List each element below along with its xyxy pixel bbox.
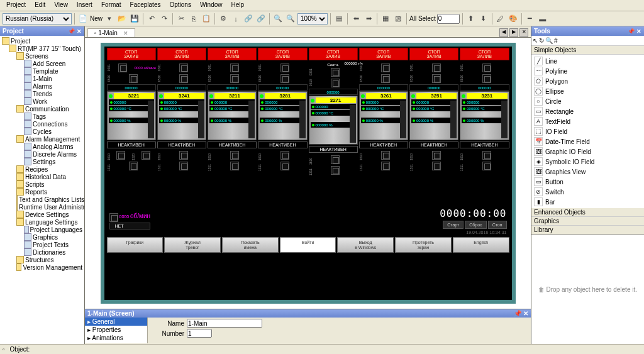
tree-item[interactable]: Analog Alarms — [1, 143, 83, 150]
valve-icon[interactable] — [109, 213, 118, 222]
rotate-icon[interactable]: ↻ — [539, 37, 544, 44]
io-field[interactable]: 000000 — [208, 84, 257, 91]
tool-item[interactable]: ○Circle — [533, 96, 643, 106]
valve-icon[interactable] — [179, 162, 188, 170]
props-tab-properties[interactable]: ▸ Properties — [85, 326, 147, 334]
valve-icon[interactable] — [482, 74, 491, 83]
line-style-icon[interactable]: ━ — [525, 13, 536, 25]
download-icon[interactable]: ↓ — [230, 13, 242, 25]
hmi-nav-button[interactable]: English — [453, 237, 509, 253]
tools-pin-icon[interactable]: 📌 ✕ — [628, 28, 641, 35]
tool-item[interactable]: ▮Bar — [533, 197, 643, 207]
valve-icon[interactable] — [179, 64, 188, 72]
module-block[interactable]: 3261000000000000 °C000000 % — [359, 91, 408, 140]
tree-item[interactable]: Runtime User Administration — [1, 203, 83, 211]
module-block[interactable]: 3271000000000000 °C000000 % — [309, 96, 358, 145]
tool-item[interactable]: ATextField — [533, 116, 643, 126]
tool-item[interactable]: 📅Date-Time Field — [533, 136, 643, 147]
valve-icon[interactable] — [230, 162, 239, 170]
hmi-nav-button[interactable]: Выходв Windows — [337, 237, 394, 253]
tool-item[interactable]: ╱Line — [533, 56, 643, 66]
valve-icon[interactable] — [230, 64, 239, 72]
menu-format[interactable]: Format — [97, 1, 125, 10]
link-icon[interactable]: 🔗 — [243, 13, 254, 25]
tool-item[interactable]: ◯Ellipse — [533, 86, 643, 96]
timer-button[interactable]: Стоп — [488, 221, 507, 229]
tree-item[interactable]: Scripts — [1, 180, 83, 188]
tab-1-main[interactable]: ▫ 1-Main ✕ — [87, 28, 135, 37]
fill-color-icon[interactable]: 🎨 — [508, 13, 519, 25]
io-field[interactable]: 000000 — [359, 84, 408, 91]
align-right-icon[interactable]: ➡ — [363, 13, 374, 25]
tree-item[interactable]: Screens — [1, 52, 83, 60]
tool-item[interactable]: ▭Button — [533, 177, 643, 187]
valve-icon[interactable] — [280, 151, 289, 160]
link2-icon[interactable]: 🔗 — [255, 13, 267, 25]
drop-delete-zone[interactable]: 🗑 Drop any object here to delete it. — [531, 235, 644, 344]
stop-fill-button[interactable]: СТОПЗАЛИВ — [460, 48, 509, 60]
tree-item[interactable]: Reports — [1, 188, 83, 196]
timer-button[interactable]: Старт — [443, 221, 464, 229]
module-block[interactable]: 3251000000000000 °C000000 % — [409, 91, 458, 140]
new-icon[interactable]: 📄 — [77, 13, 89, 25]
open-icon[interactable]: 📂 — [116, 13, 128, 25]
props-tab-general[interactable]: ▸ General — [85, 318, 147, 326]
tree-item[interactable]: Alarm Management — [1, 135, 83, 143]
stop-fill-button[interactable]: СТОПЗАЛИВ — [157, 48, 206, 60]
valve-icon[interactable] — [280, 162, 289, 170]
stop-fill-button[interactable]: СТОПЗАЛИВ — [258, 48, 307, 60]
tool-item[interactable]: ⬠Polygon — [533, 76, 643, 86]
valve-icon[interactable] — [118, 64, 127, 72]
tree-item[interactable]: Project Texts — [1, 241, 83, 248]
module-block[interactable]: 3231000000000000 °C000000 % — [460, 91, 509, 140]
project-tree[interactable]: Project RT(MP 377 15" Touch) ScreensAdd … — [0, 36, 84, 344]
cut-icon[interactable]: ✂ — [175, 13, 187, 25]
tree-item[interactable]: Language Settings — [1, 218, 83, 226]
ungroup-icon[interactable]: ▧ — [392, 13, 404, 25]
undo-icon[interactable]: ↶ — [146, 13, 157, 25]
tool-item[interactable]: 〰Polyline — [533, 66, 643, 76]
library-header[interactable]: Library — [531, 226, 644, 235]
line-color-icon[interactable]: 🖊 — [495, 13, 506, 25]
valve-icon[interactable] — [129, 74, 138, 83]
valve-icon[interactable] — [381, 162, 390, 170]
tree-item[interactable]: Tags — [1, 113, 83, 120]
align-left-icon[interactable]: ⬅ — [350, 13, 362, 25]
menu-options[interactable]: Options — [165, 1, 194, 10]
tree-device[interactable]: RT(MP 377 15" Touch) — [1, 45, 83, 52]
grid-icon[interactable]: # — [554, 37, 558, 44]
io-field[interactable]: 000000 — [157, 84, 206, 91]
valve-icon[interactable] — [280, 64, 289, 72]
menu-view[interactable]: View — [50, 1, 72, 10]
zoom-icon[interactable]: 🔍 — [545, 37, 553, 44]
tree-item[interactable]: Settings — [1, 158, 83, 165]
tree-item[interactable]: Work — [1, 97, 83, 105]
tree-item[interactable]: Historical Data — [1, 173, 83, 180]
tool-item[interactable]: ⬚IO Field — [533, 126, 643, 136]
hmi-nav-button[interactable]: Войти — [280, 237, 336, 253]
valve-icon[interactable] — [179, 74, 188, 83]
redo-icon[interactable]: ↷ — [158, 13, 170, 25]
valve-icon[interactable] — [432, 162, 441, 170]
io-field[interactable]: 000000 — [309, 89, 358, 95]
hmi-nav-button[interactable]: Журналтревог — [164, 237, 221, 253]
stop-fill-button[interactable]: СТОПЗАЛИВ — [309, 48, 358, 60]
tab-next-button[interactable]: ▶ — [509, 28, 518, 37]
tab-prev-button[interactable]: ◀ — [499, 28, 508, 37]
menu-project[interactable]: Project — [3, 1, 30, 10]
valve-icon[interactable] — [482, 64, 491, 72]
module-block[interactable]: 3281000000000000 °C000000 % — [258, 91, 307, 140]
valve-icon[interactable] — [432, 151, 441, 160]
tool-item[interactable]: ⊘Switch — [533, 187, 643, 197]
menu-help[interactable]: Help — [228, 1, 248, 10]
valve-icon[interactable] — [331, 68, 340, 77]
tab-close-button[interactable]: ✕ — [519, 28, 528, 37]
language-select[interactable]: Russian (Russia) — [3, 13, 72, 25]
hmi-nav-button[interactable]: Протеретьэкран — [395, 237, 452, 253]
valve-icon[interactable] — [142, 151, 150, 160]
tree-item[interactable]: 1-Main — [1, 75, 83, 82]
send-back-icon[interactable]: ⬇ — [478, 13, 489, 25]
save-icon[interactable]: 💾 — [129, 13, 140, 25]
io-field[interactable]: 000000 — [409, 84, 458, 91]
simple-objects-header[interactable]: Simple Objects — [531, 46, 644, 55]
